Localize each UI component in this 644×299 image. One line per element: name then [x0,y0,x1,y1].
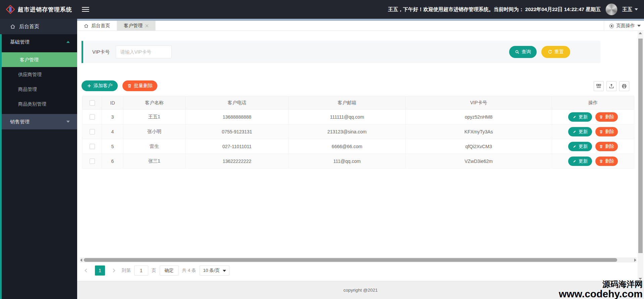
radio-dot-icon [609,24,614,28]
sidebar-item-product-category-mgmt[interactable]: 商品类别管理 [0,97,77,111]
horizontal-scrollbar-thumb[interactable] [84,258,617,262]
delete-button[interactable]: 删除 [595,142,618,151]
columns-filter-button[interactable] [594,81,604,91]
pagination: 1 到第 页 确定 共 4 条 10 条/页 [82,265,229,276]
chevron-down-icon [635,8,638,10]
reset-button[interactable]: 重置 [541,46,570,58]
column-header-id: ID [102,96,123,110]
scroll-left-arrow-icon[interactable] [80,258,82,262]
sidebar-item-product-mgmt[interactable]: 商品管理 [0,82,77,97]
batch-delete-button[interactable]: 批量删除 [122,80,157,91]
delete-button[interactable]: 删除 [595,112,618,122]
page-size-select[interactable]: 10 条/页 [200,265,230,276]
print-button[interactable] [619,81,629,91]
prev-page-button[interactable] [82,265,92,276]
trash-icon [599,144,603,148]
watermark-line1: 源码海洋网 [559,280,643,288]
add-customer-button[interactable]: 添加客户 [82,80,118,91]
tab-customer-mgmt[interactable]: 客户管理 [117,21,156,31]
chevron-down-icon [66,121,70,123]
sidebar-item-home[interactable]: 后台首页 [0,19,77,34]
app-logo-icon [6,5,15,14]
delete-button[interactable]: 删除 [595,127,618,136]
pencil-icon [573,130,577,134]
sidebar-group-sales[interactable]: 销售管理 [0,114,77,129]
topbar: 超市进销存管理系统 王五，下午好！欢迎使用超市进销存管理系统。当前时间为： 20… [0,0,644,19]
horizontal-scrollbar[interactable] [80,257,637,262]
vertical-scrollbar[interactable] [638,31,643,281]
sidebar-group-label: 基础管理 [10,39,30,45]
search-panel: VIP卡号 查询 重置 [82,41,600,63]
scroll-up-arrow-icon[interactable] [639,32,642,34]
row-checkbox[interactable] [90,159,95,164]
query-button[interactable]: 查询 [509,46,537,58]
watermark: 源码海洋网 www.codehy.com [559,280,643,299]
trash-icon [599,130,603,134]
tab-label: 后台首页 [91,23,110,29]
table-row: 6 张三1 13622222222 111@qq.com VZwD3ie62m … [83,154,634,169]
tab-label: 客户管理 [124,23,143,29]
current-page-button[interactable]: 1 [95,265,105,276]
next-page-button[interactable] [108,265,118,276]
trash-icon [599,115,603,119]
sidebar-group-label: 销售管理 [10,119,30,125]
pencil-icon [573,159,577,163]
update-button[interactable]: 更新 [568,142,592,151]
goto-page-input[interactable] [134,265,148,276]
content-area: VIP卡号 查询 重置 [77,31,644,281]
update-button[interactable]: 更新 [568,112,592,122]
copyright-text: copyright @2021 [343,288,378,293]
vip-card-input[interactable] [116,46,172,58]
username: 王五 [622,6,632,13]
table-row: 5 雷生 027-11011011 6666@66.com qfQi2XvCM3… [83,139,634,154]
tab-bar: 后台首页 客户管理 页面操作 [77,21,644,31]
column-header-vip: VIP卡号 [406,96,552,110]
avatar[interactable] [605,3,618,15]
sidebar: 后台首页 基础管理 客户管理 供应商管理 商品管理 商品类别管理 销售管理 [0,19,77,299]
table-row: 3 王五1 13688888888 111111@qq.com opyz52nH… [83,110,634,124]
search-icon [515,50,520,54]
column-header-email: 客户邮箱 [289,96,406,110]
sidebar-accent-strip [0,34,2,299]
update-button[interactable]: 更新 [568,127,592,136]
page-label: 页 [152,267,156,274]
home-icon [84,23,89,28]
vertical-scrollbar-thumb[interactable] [638,39,643,253]
trash-icon [599,159,603,163]
logo-area[interactable]: 超市进销存管理系统 [0,5,77,14]
chevron-up-icon [66,41,70,43]
update-button[interactable]: 更新 [568,157,592,166]
select-all-checkbox[interactable] [90,100,95,106]
customer-table: ID 客户名称 客户电话 客户邮箱 VIP卡号 操作 3 王五1 1368888… [82,96,634,169]
table-tools [594,81,629,91]
tab-home[interactable]: 后台首页 [77,21,117,31]
export-button[interactable] [606,81,616,91]
table-header-row: ID 客户名称 客户电话 客户邮箱 VIP卡号 操作 [83,96,634,110]
tab-close-icon[interactable] [145,24,149,27]
sidebar-group-basic[interactable]: 基础管理 [0,34,77,50]
sidebar-submenu: 客户管理 供应商管理 商品管理 商品类别管理 [0,50,77,114]
user-menu[interactable]: 王五 [622,6,638,13]
sidebar-item-customer-mgmt[interactable]: 客户管理 [2,52,77,67]
delete-button[interactable]: 删除 [595,157,618,166]
scroll-right-arrow-icon[interactable] [634,258,636,262]
row-checkbox[interactable] [90,114,95,120]
column-header-actions: 操作 [552,96,634,110]
row-checkbox[interactable] [90,129,95,134]
sidebar-item-supplier-mgmt[interactable]: 供应商管理 [0,67,77,82]
page-operations-label: 页面操作 [616,23,635,29]
plus-icon [87,83,92,88]
pencil-icon [573,144,577,148]
hamburger-menu-icon[interactable] [82,6,89,13]
column-header-phone: 客户电话 [185,96,289,110]
column-header-name: 客户名称 [123,96,185,110]
home-icon [10,24,15,29]
row-checkbox[interactable] [90,144,95,149]
sidebar-item-label: 后台首页 [19,23,39,30]
total-count: 共 4 条 [182,267,196,274]
confirm-button[interactable]: 确定 [160,265,179,276]
pencil-icon [573,115,577,119]
page-operations-dropdown[interactable]: 页面操作 [604,21,641,31]
watermark-line2: www.codehy.com [559,289,643,299]
app-title: 超市进销存管理系统 [18,6,72,13]
